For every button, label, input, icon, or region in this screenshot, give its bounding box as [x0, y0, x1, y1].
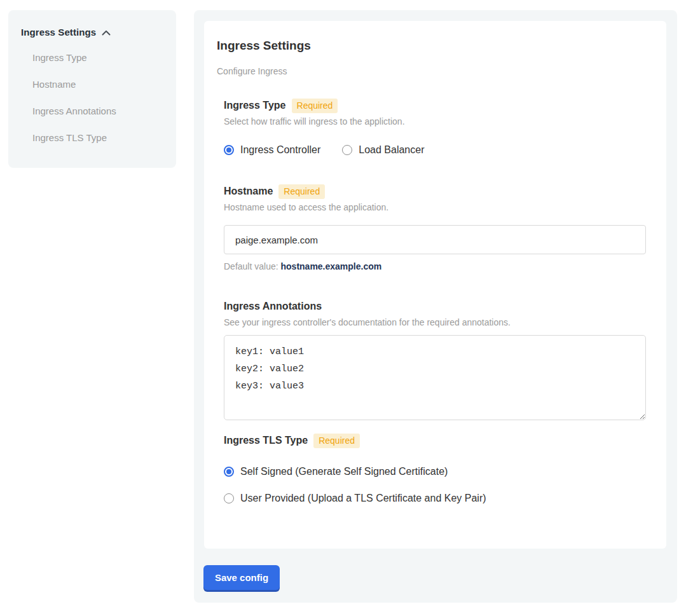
- radio-unselected-icon[interactable]: [342, 145, 352, 155]
- group-ingress-type: Ingress Type Required Select how traffic…: [224, 98, 646, 156]
- radio-option-label: User Provided (Upload a TLS Certificate …: [240, 493, 486, 504]
- radio-selected-icon[interactable]: [224, 145, 234, 155]
- ingress-annotations-textarea[interactable]: key1: value1 key2: value2 key3: value3: [224, 335, 646, 420]
- group-ingress-annotations: Ingress Annotations See your ingress con…: [224, 299, 646, 420]
- page-title: Ingress Settings: [217, 39, 654, 53]
- radio-unselected-icon[interactable]: [224, 493, 234, 503]
- default-value-prefix: Default value:: [224, 261, 281, 271]
- config-area: Ingress Settings Configure Ingress Ingre…: [194, 10, 677, 603]
- required-badge: Required: [278, 184, 325, 199]
- radio-option-ingress-controller[interactable]: Ingress Controller: [224, 144, 320, 156]
- sidebar-item-ingress-tls-type[interactable]: Ingress TLS Type: [32, 132, 163, 144]
- config-card: Ingress Settings Configure Ingress Ingre…: [204, 21, 666, 549]
- save-config-button[interactable]: Save config: [203, 565, 280, 590]
- config-groups: Ingress Type Required Select how traffic…: [224, 98, 646, 504]
- ingress-tls-type-options: Self Signed (Generate Self Signed Certif…: [224, 466, 646, 504]
- radio-option-label: Ingress Controller: [240, 144, 320, 156]
- group-hostname: Hostname Required Hostname used to acces…: [224, 184, 646, 272]
- chevron-up-icon: [102, 30, 111, 36]
- config-nav-sidebar: Ingress Settings Ingress Type Hostname I…: [8, 10, 176, 168]
- sidebar-group-header[interactable]: Ingress Settings: [21, 27, 163, 38]
- hostname-default-line: Default value: hostname.example.com: [224, 261, 646, 272]
- sidebar-items: Ingress Type Hostname Ingress Annotation…: [21, 52, 163, 159]
- radio-option-user-provided[interactable]: User Provided (Upload a TLS Certificate …: [224, 493, 646, 504]
- default-value-text: hostname.example.com: [281, 261, 382, 271]
- required-badge: Required: [292, 99, 338, 113]
- radio-option-self-signed[interactable]: Self Signed (Generate Self Signed Certif…: [224, 466, 646, 477]
- sidebar-item-ingress-type[interactable]: Ingress Type: [32, 52, 163, 64]
- ingress-tls-type-label: Ingress TLS Type: [224, 435, 308, 446]
- ingress-type-label: Ingress Type: [224, 100, 286, 111]
- ingress-type-options: Ingress Controller Load Balancer: [224, 144, 646, 156]
- radio-option-label: Load Balancer: [359, 144, 424, 156]
- group-ingress-tls-type: Ingress TLS Type Required Self Signed (G…: [224, 433, 646, 504]
- sidebar-item-hostname[interactable]: Hostname: [32, 79, 163, 90]
- page-subtitle: Configure Ingress: [217, 66, 654, 76]
- sidebar-group-title: Ingress Settings: [21, 27, 96, 38]
- radio-option-load-balancer[interactable]: Load Balancer: [342, 144, 424, 156]
- radio-option-label: Self Signed (Generate Self Signed Certif…: [240, 466, 448, 477]
- hostname-help: Hostname used to access the application.: [224, 202, 646, 212]
- ingress-type-help: Select how traffic will ingress to the a…: [224, 116, 646, 127]
- hostname-label: Hostname: [224, 186, 273, 197]
- required-badge: Required: [313, 434, 360, 448]
- sidebar-item-ingress-annotations[interactable]: Ingress Annotations: [32, 106, 163, 117]
- ingress-annotations-label: Ingress Annotations: [224, 301, 322, 312]
- hostname-input[interactable]: [224, 225, 646, 254]
- ingress-annotations-help: See your ingress controller's documentat…: [224, 317, 646, 327]
- radio-selected-icon[interactable]: [224, 467, 234, 477]
